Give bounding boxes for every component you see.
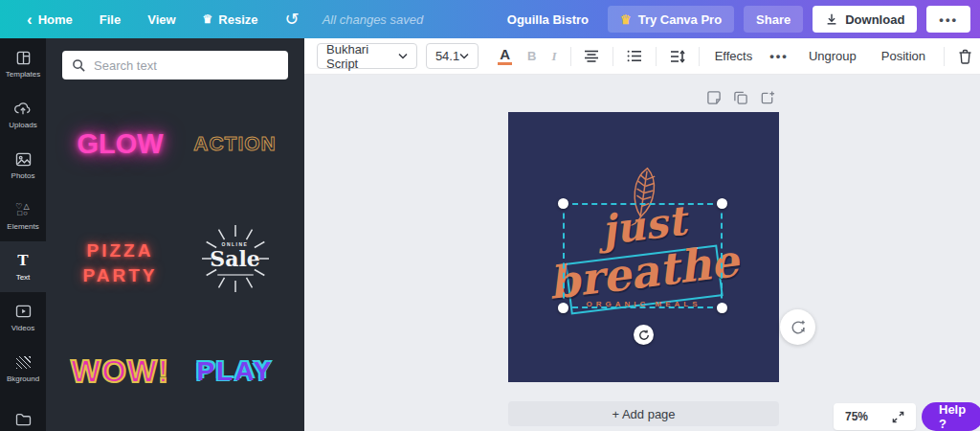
sidebar-item-elements[interactable]: ♡△□○ Elements [0, 191, 46, 241]
text-align-button[interactable] [576, 44, 607, 69]
text-style-tile-action[interactable]: ACTION [180, 117, 290, 170]
uploads-cloud-icon [14, 100, 32, 117]
rotate-handle[interactable] [634, 325, 654, 345]
text-style-tile-online-sale[interactable]: ONLINE Sale [180, 192, 290, 326]
undo-button[interactable]: ↺ [272, 9, 313, 30]
position-label: Position [881, 49, 925, 63]
search-input[interactable] [94, 58, 266, 73]
sidebar-item-templates[interactable]: Templates [0, 38, 46, 89]
chevron-down-icon [398, 53, 408, 59]
elements-shapes-icon: ♡△□○ [15, 201, 30, 218]
folder-icon [15, 411, 32, 428]
add-comment-button[interactable] [780, 309, 815, 345]
sidebar: Templates Uploads Photos ♡△□○ Elements T… [0, 38, 46, 431]
resize-handle-bottom-left[interactable] [558, 303, 568, 313]
resize-handle-top-right[interactable] [717, 198, 727, 209]
text-T-icon: T [17, 252, 28, 269]
topbar-more-button[interactable]: ••• [926, 6, 970, 33]
sidebar-item-label: Videos [11, 324, 34, 332]
crown-icon: ♛ [203, 12, 213, 26]
sale-sunburst: ONLINE Sale [183, 206, 288, 311]
toolbar-divider [656, 47, 657, 66]
undo-icon: ↺ [285, 10, 300, 29]
home-button[interactable]: ‹ Home [13, 11, 86, 28]
bold-button[interactable]: B [520, 44, 544, 69]
zoom-control[interactable]: 75% [834, 403, 916, 430]
toolbar-divider [612, 47, 613, 66]
file-menu[interactable]: File [86, 12, 134, 27]
sidebar-item-photos[interactable]: Photos [0, 140, 46, 191]
save-status-text: All changes saved [313, 12, 434, 27]
sidebar-item-text[interactable]: T Text [0, 241, 46, 292]
add-page-button[interactable]: + Add page [508, 401, 779, 426]
font-family-dropdown[interactable]: Bukhari Script [317, 43, 417, 69]
share-button[interactable]: Share [744, 6, 803, 33]
videos-icon [15, 303, 32, 320]
resize-handle-bottom-right[interactable] [717, 303, 727, 313]
font-size-dropdown[interactable]: 54.1 [426, 43, 479, 69]
italic-button[interactable]: I [544, 44, 564, 69]
add-new-page-icon[interactable] [760, 90, 775, 105]
sidebar-item-bkground[interactable]: Bkground [0, 343, 46, 394]
toolbar-right-group: Ungroup Position [796, 44, 980, 69]
position-button[interactable]: Position [869, 49, 938, 63]
text-color-button[interactable]: A [490, 44, 520, 69]
more-dots-icon: ••• [939, 12, 958, 27]
fullscreen-expand-icon [892, 411, 904, 423]
toolbar-more-button[interactable]: ••• [762, 44, 796, 69]
help-button[interactable]: Help ? [922, 402, 980, 431]
chevron-down-icon [459, 53, 469, 59]
letter-spacing-button[interactable] [662, 44, 693, 69]
topbar-right-group: Oguilla Bistro ♛ Try Canva Pro Share Dow… [498, 6, 970, 33]
trash-icon [958, 49, 972, 64]
resize-handle-top-left[interactable] [558, 198, 568, 209]
text-style-tile-wow[interactable]: WOW! [65, 335, 175, 407]
pizza-style-line2: PARTY [83, 263, 158, 288]
document-title[interactable]: Oguilla Bistro [498, 12, 598, 27]
delete-button[interactable] [950, 44, 980, 69]
font-family-value: Bukhari Script [326, 42, 398, 71]
top-menu-bar: ‹ Home File View ♛ Resize ↺ All changes … [0, 0, 980, 38]
text-style-tile-glow[interactable]: GLOW [65, 110, 175, 177]
sidebar-item-label: Photos [11, 171, 35, 180]
italic-icon: I [551, 49, 556, 64]
download-icon [825, 12, 838, 26]
selection-bounding-box[interactable] [563, 203, 723, 308]
text-style-tile-play[interactable]: PLAY [180, 340, 290, 402]
search-icon [72, 58, 86, 73]
duplicate-page-icon[interactable] [733, 90, 748, 105]
try-canva-pro-button[interactable]: ♛ Try Canva Pro [608, 6, 734, 33]
view-menu[interactable]: View [134, 12, 189, 27]
add-page-label: + Add page [612, 407, 675, 421]
resize-menu[interactable]: ♛ Resize [189, 12, 272, 27]
bold-icon: B [527, 49, 536, 63]
sidebar-item-label: Uploads [9, 121, 36, 129]
design-workspace: just breathe ORGANIC MEALS [304, 75, 980, 431]
ungroup-label: Ungroup [809, 49, 857, 63]
sidebar-item-label: Bkground [7, 374, 39, 383]
text-color-A-icon: A [498, 47, 512, 66]
sunburst-rays-icon [183, 206, 288, 311]
file-label: File [100, 12, 121, 27]
editor-toolbar: Bukhari Script 54.1 A B I [304, 38, 980, 75]
text-style-tile-pizza-party[interactable]: PIZZA PARTY [65, 220, 175, 306]
ungroup-button[interactable]: Ungroup [796, 49, 869, 63]
more-dots-icon: ••• [769, 49, 789, 63]
page-actions [706, 90, 775, 105]
list-icon [627, 50, 642, 62]
notes-icon[interactable] [706, 90, 722, 105]
sidebar-item-videos[interactable]: Videos [0, 292, 46, 343]
design-page[interactable]: just breathe ORGANIC MEALS [508, 112, 779, 382]
search-box[interactable] [62, 51, 288, 79]
bullet-list-button[interactable] [619, 44, 650, 69]
download-button[interactable]: Download [813, 6, 917, 33]
help-label: Help ? [939, 402, 966, 431]
sidebar-item-uploads[interactable]: Uploads [0, 89, 46, 140]
toolbar-divider [570, 47, 571, 66]
pizza-style-line1: PIZZA [87, 238, 154, 263]
sidebar-item-folder[interactable] [0, 394, 46, 431]
align-center-icon [584, 50, 599, 62]
try-pro-label: Try Canva Pro [638, 12, 722, 27]
effects-button[interactable]: Effects [705, 49, 763, 63]
zoom-level-value: 75% [845, 410, 868, 423]
